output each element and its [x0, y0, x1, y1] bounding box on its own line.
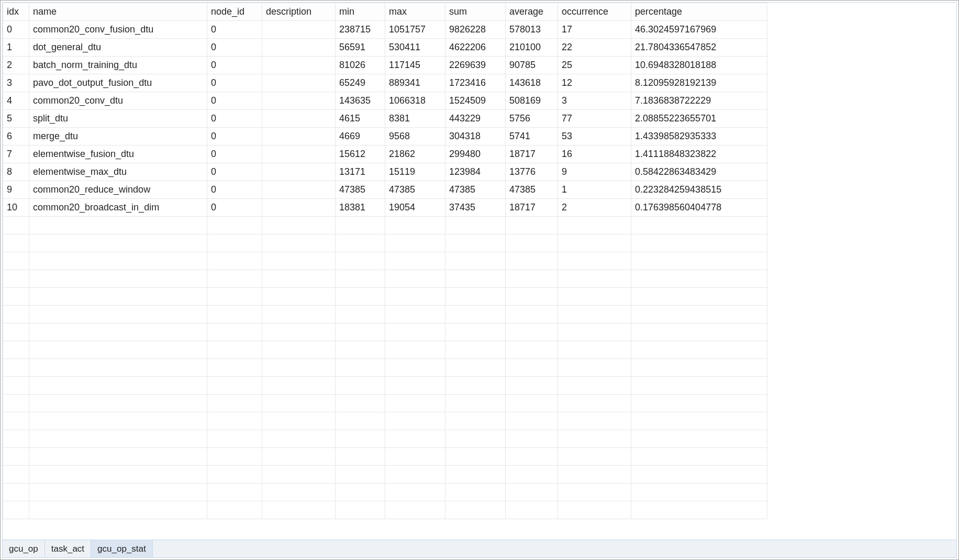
cell-idx: 2 — [3, 57, 29, 74]
cell-name: batch_norm_training_dtu — [29, 57, 207, 74]
cell-node_id: 0 — [207, 128, 262, 145]
col-header-description[interactable]: description — [262, 3, 336, 21]
table-row[interactable]: 0common20_conv_fusion_dtu023871510517579… — [3, 21, 767, 39]
cell-average: 143618 — [506, 74, 558, 92]
empty-row — [3, 306, 767, 323]
cell-min: 18381 — [336, 199, 385, 217]
cell-percentage: 21.7804336547852 — [631, 39, 767, 57]
cell-average: 13776 — [506, 163, 558, 181]
cell-average: 47385 — [506, 181, 558, 199]
cell-node_id: 0 — [207, 145, 262, 163]
tab-bar: gcu_op task_act gcu_op_stat — [3, 540, 956, 557]
cell-min: 81026 — [336, 57, 385, 74]
col-header-idx[interactable]: idx — [3, 3, 29, 21]
table-row[interactable]: 3pavo_dot_output_fusion_dtu0652498893411… — [3, 74, 767, 92]
cell-average: 90785 — [506, 57, 558, 74]
cell-name: common20_reduce_window — [29, 181, 207, 199]
table-row[interactable]: 2batch_norm_training_dtu0810261171452269… — [3, 57, 767, 74]
table-row[interactable]: 4common20_conv_dtu0143635106631815245095… — [3, 92, 767, 110]
cell-description — [262, 128, 336, 145]
cell-percentage: 10.6948328018188 — [631, 57, 767, 74]
empty-row — [3, 217, 767, 234]
cell-description — [262, 39, 336, 57]
cell-node_id: 0 — [207, 74, 262, 92]
cell-percentage: 0.176398560404778 — [631, 199, 767, 217]
cell-description — [262, 21, 336, 39]
cell-average: 5741 — [506, 128, 558, 145]
cell-min: 56591 — [336, 39, 385, 57]
cell-idx: 7 — [3, 145, 29, 163]
tab-gcu-op[interactable]: gcu_op — [3, 540, 45, 557]
table-row[interactable]: 9common20_reduce_window04738547385473854… — [3, 181, 767, 199]
window-frame: idx name node_id description min max sum… — [0, 0, 959, 560]
empty-row — [3, 501, 767, 519]
empty-row — [3, 430, 767, 448]
empty-row — [3, 288, 767, 306]
cell-sum: 37435 — [445, 199, 506, 217]
cell-idx: 5 — [3, 110, 29, 128]
cell-min: 13171 — [336, 163, 385, 181]
cell-idx: 3 — [3, 74, 29, 92]
col-header-average[interactable]: average — [506, 3, 558, 21]
col-header-occurrence[interactable]: occurrence — [558, 3, 631, 21]
cell-idx: 1 — [3, 39, 29, 57]
cell-percentage: 2.08855223655701 — [631, 110, 767, 128]
cell-description — [262, 57, 336, 74]
cell-occurrence: 16 — [558, 145, 631, 163]
cell-description — [262, 74, 336, 92]
cell-max: 530411 — [385, 39, 445, 57]
cell-sum: 299480 — [445, 145, 506, 163]
col-header-sum[interactable]: sum — [445, 3, 506, 21]
cell-occurrence: 22 — [558, 39, 631, 57]
cell-occurrence: 25 — [558, 57, 631, 74]
cell-sum: 1524509 — [445, 92, 506, 110]
cell-min: 238715 — [336, 21, 385, 39]
col-header-percentage[interactable]: percentage — [631, 3, 767, 21]
table-row[interactable]: 1dot_general_dtu056591530411462220621010… — [3, 39, 767, 57]
cell-description — [262, 145, 336, 163]
cell-idx: 6 — [3, 128, 29, 145]
cell-average: 210100 — [506, 39, 558, 57]
empty-row — [3, 252, 767, 270]
tab-task-act[interactable]: task_act — [45, 540, 91, 557]
cell-max: 15119 — [385, 163, 445, 181]
table-row[interactable]: 10common20_broadcast_in_dim0183811905437… — [3, 199, 767, 217]
cell-name: common20_conv_dtu — [29, 92, 207, 110]
cell-idx: 10 — [3, 199, 29, 217]
cell-occurrence: 3 — [558, 92, 631, 110]
col-header-max[interactable]: max — [385, 3, 445, 21]
cell-max: 47385 — [385, 181, 445, 199]
empty-row — [3, 377, 767, 395]
cell-sum: 304318 — [445, 128, 506, 145]
empty-row — [3, 359, 767, 377]
cell-node_id: 0 — [207, 57, 262, 74]
cell-sum: 47385 — [445, 181, 506, 199]
table-row[interactable]: 6merge_dtu0466995683043185741531.4339858… — [3, 128, 767, 145]
cell-idx: 0 — [3, 21, 29, 39]
cell-idx: 4 — [3, 92, 29, 110]
tab-gcu-op-stat[interactable]: gcu_op_stat — [91, 540, 153, 557]
table-row[interactable]: 8elementwise_max_dtu01317115119123984137… — [3, 163, 767, 181]
empty-row — [3, 466, 767, 484]
content-frame: idx name node_id description min max sum… — [2, 2, 957, 558]
cell-sum: 9826228 — [445, 21, 506, 39]
table-row[interactable]: 7elementwise_fusion_dtu01561221862299480… — [3, 145, 767, 163]
cell-max: 117145 — [385, 57, 445, 74]
data-grid[interactable]: idx name node_id description min max sum… — [3, 3, 956, 540]
cell-sum: 1723416 — [445, 74, 506, 92]
stats-table: idx name node_id description min max sum… — [3, 3, 767, 519]
col-header-node-id[interactable]: node_id — [207, 3, 262, 21]
cell-occurrence: 9 — [558, 163, 631, 181]
cell-sum: 123984 — [445, 163, 506, 181]
cell-percentage: 0.58422863483429 — [631, 163, 767, 181]
cell-min: 143635 — [336, 92, 385, 110]
col-header-name[interactable]: name — [29, 3, 207, 21]
cell-name: dot_general_dtu — [29, 39, 207, 57]
empty-row — [3, 323, 767, 341]
empty-row — [3, 341, 767, 359]
cell-node_id: 0 — [207, 21, 262, 39]
cell-average: 18717 — [506, 199, 558, 217]
cell-node_id: 0 — [207, 181, 262, 199]
col-header-min[interactable]: min — [336, 3, 385, 21]
table-row[interactable]: 5split_dtu0461583814432295756772.0885522… — [3, 110, 767, 128]
